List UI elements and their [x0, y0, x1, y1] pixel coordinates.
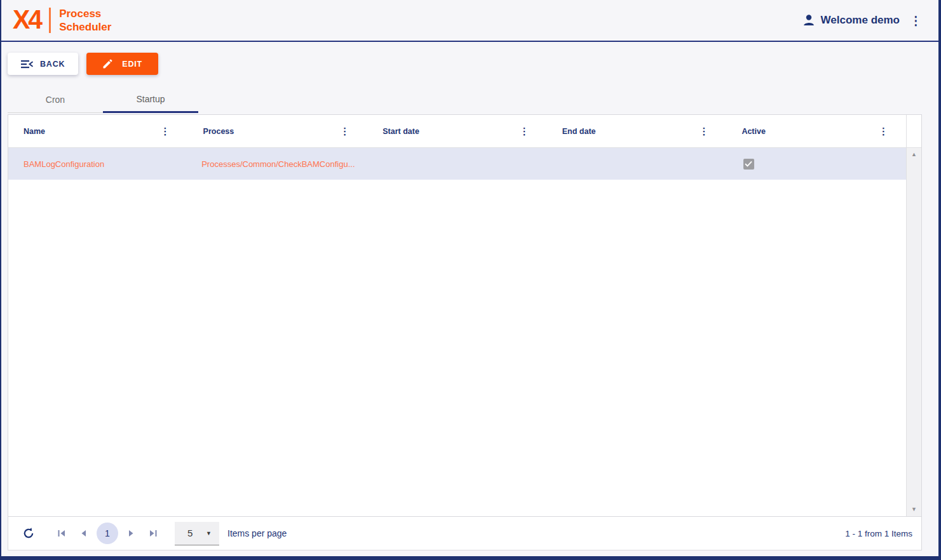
- grid-header-row: Name ⋮ Process ⋮ Start date ⋮ End date ⋮: [8, 115, 906, 148]
- column-menu-kebab-icon[interactable]: ⋮: [520, 126, 529, 136]
- column-header-end-date: End date ⋮: [547, 115, 727, 147]
- checkmark-icon: [745, 161, 752, 167]
- active-checkbox-checked[interactable]: [743, 159, 754, 170]
- back-button[interactable]: BACK: [8, 53, 78, 75]
- column-header-process-label: Process: [203, 127, 234, 136]
- page-size-value: 5: [187, 528, 193, 538]
- column-menu-kebab-icon[interactable]: ⋮: [699, 126, 708, 136]
- page-size-select[interactable]: 5 ▼: [175, 522, 219, 545]
- welcome-text: Welcome demo: [821, 14, 900, 27]
- cell-process: Processes/Common/CheckBAMConfigu...: [186, 148, 364, 180]
- column-menu-kebab-icon[interactable]: ⋮: [161, 126, 170, 136]
- x4-logo: X4: [13, 6, 41, 33]
- column-header-name: Name ⋮: [8, 115, 188, 147]
- tab-startup[interactable]: Startup: [103, 87, 198, 113]
- next-page-button[interactable]: [128, 530, 135, 537]
- user-icon: [802, 13, 816, 27]
- column-menu-kebab-icon[interactable]: ⋮: [879, 126, 888, 136]
- previous-page-icon: [80, 530, 86, 537]
- tab-cron-label: Cron: [46, 95, 65, 105]
- refresh-icon: [22, 527, 35, 540]
- app-title-line1: Process: [59, 7, 111, 20]
- page-range-label: 1 - 1 from 1 Items: [845, 529, 912, 538]
- logo-area: X4 Process Scheduler: [13, 7, 111, 34]
- column-header-active: Active ⋮: [726, 115, 906, 147]
- app-header: X4 Process Scheduler Welcome demo ⋮: [1, 0, 938, 42]
- column-header-name-label: Name: [24, 127, 45, 136]
- first-page-icon: [57, 530, 66, 537]
- next-page-icon: [128, 530, 135, 537]
- last-page-button[interactable]: [149, 530, 158, 537]
- back-icon: [21, 60, 33, 69]
- previous-page-button[interactable]: [80, 530, 86, 537]
- items-per-page-label: Items per page: [227, 528, 287, 538]
- grid-empty-area: [8, 180, 906, 516]
- column-header-process: Process ⋮: [188, 115, 368, 147]
- refresh-button[interactable]: [22, 527, 35, 540]
- column-header-start-date: Start date ⋮: [367, 115, 547, 147]
- column-header-start-date-label: Start date: [382, 127, 419, 136]
- cell-end-date: [543, 148, 721, 180]
- app-window: X4 Process Scheduler Welcome demo ⋮ BACK: [0, 0, 941, 560]
- app-title-line2: Scheduler: [59, 20, 111, 34]
- column-header-end-date-label: End date: [562, 127, 596, 136]
- page-number-button[interactable]: 1: [97, 523, 118, 544]
- scrollbar-track[interactable]: ▲ ▼: [907, 148, 921, 516]
- tabstrip: Cron Startup: [8, 87, 198, 113]
- tab-cron[interactable]: Cron: [8, 87, 103, 113]
- chevron-down-icon: ▼: [206, 530, 212, 537]
- grid-content: Name ⋮ Process ⋮ Start date ⋮ End date ⋮: [8, 115, 906, 516]
- cell-start-date: [364, 148, 542, 180]
- cell-active: [721, 148, 906, 180]
- edit-button-label: EDIT: [122, 60, 142, 69]
- column-menu-kebab-icon[interactable]: ⋮: [340, 126, 349, 136]
- scroll-up-icon[interactable]: ▲: [911, 152, 917, 157]
- grid-upper: Name ⋮ Process ⋮ Start date ⋮ End date ⋮: [8, 115, 921, 516]
- pencil-icon: [102, 59, 112, 69]
- app-title: Process Scheduler: [59, 7, 111, 34]
- table-row[interactable]: BAMLogConfiguration Processes/Common/Che…: [8, 148, 906, 180]
- scroll-down-icon[interactable]: ▼: [911, 507, 917, 512]
- user-menu-kebab-icon[interactable]: ⋮: [910, 15, 922, 27]
- edit-button[interactable]: EDIT: [86, 53, 158, 75]
- first-page-button[interactable]: [57, 530, 66, 537]
- current-page-label: 1: [105, 528, 110, 538]
- logo-divider: [49, 8, 51, 33]
- tab-startup-label: Startup: [136, 94, 165, 104]
- last-page-icon: [149, 530, 158, 537]
- scrollbar-header-spacer: [907, 115, 921, 148]
- grid-paginator: 1 5 ▼ Items per page 1 - 1 from 1 Items: [8, 516, 921, 550]
- user-area: Welcome demo ⋮: [802, 13, 922, 27]
- back-button-label: BACK: [40, 60, 65, 69]
- cell-name: BAMLogConfiguration: [8, 148, 186, 180]
- vertical-scrollbar: ▲ ▼: [906, 115, 921, 516]
- toolbar: BACK EDIT: [1, 42, 938, 75]
- scheduler-grid: Name ⋮ Process ⋮ Start date ⋮ End date ⋮: [8, 114, 922, 550]
- column-header-active-label: Active: [741, 127, 766, 136]
